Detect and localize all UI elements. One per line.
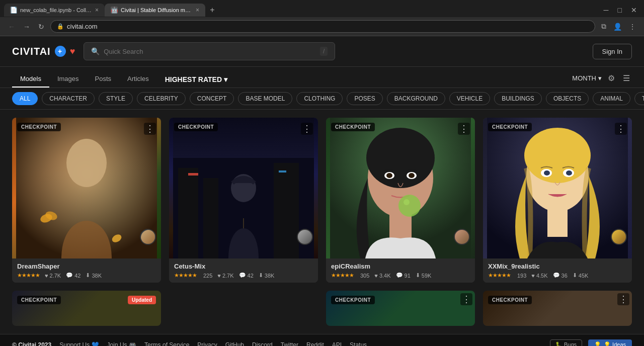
model-card-dreamshaper[interactable]: CHECKPOINT ⋮ DreamShaper ★★★★★ ♥ 2.7K 💬 …	[12, 118, 161, 283]
cat-all[interactable]: ALL	[12, 92, 38, 105]
footer-api[interactable]: API	[332, 341, 342, 347]
back-button[interactable]: ←	[6, 22, 17, 32]
card-title-1: DreamShaper	[17, 263, 156, 270]
sign-in-button[interactable]: Sign In	[593, 44, 632, 59]
download-icon-1: ⬇	[86, 272, 90, 279]
card-menu-4[interactable]: ⋮	[615, 123, 627, 135]
forward-button[interactable]: →	[21, 22, 32, 32]
sort-label: HIGHEST RATED	[165, 75, 222, 83]
cat-buildings[interactable]: BUILDINGS	[494, 92, 542, 105]
card-footer-1: DreamShaper ★★★★★ ♥ 2.7K 💬 42 ⬇ 38K	[12, 258, 161, 283]
cat-character[interactable]: CHARACTER	[42, 92, 95, 105]
cat-background[interactable]: BACKGROUND	[387, 92, 445, 105]
rating-count-4: 193	[517, 273, 526, 279]
footer-discord[interactable]: Discord	[252, 341, 273, 347]
address-bar: ← → ↻ 🔒 civitai.com ⧉ 👤 ⋮	[0, 17, 644, 36]
tab-bar: 📄 new_colab_file.ipynb - Collabora... × …	[0, 0, 644, 17]
search-input[interactable]	[104, 48, 316, 55]
site-header: CIVITAI + ♥ 🔍 / Sign In	[0, 36, 644, 67]
card-comments-4: 💬 36	[553, 272, 568, 279]
model-card-epicrealism[interactable]: CHECKPOINT ⋮ epiCRealism ★★★★★ 305 ♥ 3.4…	[326, 118, 475, 283]
tab-2[interactable]: 🤖 Civitai | Stable Diffusion models... ×	[105, 4, 205, 17]
footer-privacy[interactable]: Privacy	[197, 341, 217, 347]
comments-count-1: 42	[74, 273, 80, 279]
cat-clothing[interactable]: CLOTHING	[296, 92, 343, 105]
card-title-4: XXMix_9realistic	[488, 263, 627, 270]
tab-models[interactable]: Models	[12, 71, 49, 88]
downloads-count-4: 45K	[579, 273, 589, 279]
layout-icon[interactable]: ☰	[621, 72, 632, 84]
card-image-1	[12, 118, 161, 258]
cat-animal[interactable]: ANIMAL	[593, 92, 630, 105]
bugs-button[interactable]: 🐛 Bugs	[550, 339, 582, 346]
cat-tool[interactable]: TOOL	[634, 92, 644, 105]
downloads-count-1: 38K	[92, 273, 102, 279]
svg-point-31	[566, 170, 572, 176]
period-filter-button[interactable]: MONTH ▾	[572, 74, 602, 82]
close-button[interactable]: ✕	[628, 5, 640, 15]
profile-button[interactable]: 👤	[611, 22, 624, 32]
svg-point-21	[409, 173, 415, 178]
new-tab-button[interactable]: +	[205, 3, 219, 17]
tab-2-favicon: 🤖	[111, 7, 118, 14]
maximize-button[interactable]: □	[615, 5, 625, 15]
more-button[interactable]: ⋮	[627, 22, 638, 32]
cat-celebrity[interactable]: CELEBRITY	[137, 92, 186, 105]
window-controls: ─ □ ✕	[601, 5, 640, 15]
partial-menu-3[interactable]: ⋮	[617, 293, 629, 305]
tab-1[interactable]: 📄 new_colab_file.ipynb - Collabora... ×	[4, 4, 105, 17]
partial-card-2[interactable]: CHECKPOINT ⋮	[326, 291, 475, 326]
cat-objects[interactable]: OBJECTS	[546, 92, 589, 105]
footer-support[interactable]: Support Us 💙	[59, 341, 99, 347]
card-image-3	[326, 118, 475, 258]
tab-1-close[interactable]: ×	[95, 7, 99, 14]
footer-terms[interactable]: Terms of Service	[144, 341, 189, 347]
reload-button[interactable]: ↻	[36, 22, 46, 32]
cat-poses[interactable]: POSES	[347, 92, 382, 105]
filter-icon[interactable]: ⚙	[606, 72, 617, 84]
comment-icon-2: 💬	[239, 272, 246, 279]
svg-point-16	[366, 128, 435, 188]
sort-dropdown[interactable]: HIGHEST RATED ▾	[165, 75, 227, 83]
tab-2-close[interactable]: ×	[196, 7, 199, 14]
likes-count-3: 3.4K	[379, 273, 391, 279]
add-model-button[interactable]: +	[55, 46, 66, 57]
partial-checkpoint-2: CHECKPOINT	[331, 296, 375, 304]
search-bar[interactable]: 🔍 /	[84, 42, 335, 60]
card-footer-2: Cetus-Mix ★★★★★ 225 ♥ 2.7K 💬 42 ⬇ 38K	[169, 258, 318, 283]
footer-join[interactable]: Join Us 🎮	[107, 341, 136, 347]
partial-menu-2[interactable]: ⋮	[460, 293, 472, 305]
partial-checkpoint-3: CHECKPOINT	[488, 296, 532, 304]
extensions-button[interactable]: ⧉	[599, 21, 608, 32]
logo[interactable]: CIVITAI + ♥	[12, 46, 75, 57]
footer-twitter[interactable]: Twitter	[281, 341, 298, 347]
url-bar[interactable]: 🔒 civitai.com	[50, 20, 595, 33]
minimize-button[interactable]: ─	[601, 5, 612, 15]
cat-vehicle[interactable]: VEHICLE	[449, 92, 490, 105]
tab-articles[interactable]: Articles	[119, 71, 157, 88]
tab-images[interactable]: Images	[49, 71, 87, 88]
ideas-button[interactable]: 💡 💡 Ideas	[588, 339, 632, 346]
cat-style[interactable]: STYLE	[99, 92, 133, 105]
model-card-xxmix[interactable]: CHECKPOINT ⋮ XXMix_9realistic ★★★★★ 193 …	[483, 118, 632, 283]
favorites-icon[interactable]: ♥	[70, 46, 76, 57]
download-icon-2: ⬇	[259, 272, 263, 279]
footer-status[interactable]: Status	[350, 341, 367, 347]
footer-github[interactable]: GitHub	[225, 341, 244, 347]
card-menu-2[interactable]: ⋮	[301, 123, 313, 135]
cat-base-model[interactable]: BASE MODEL	[238, 92, 292, 105]
card-menu-1[interactable]: ⋮	[144, 123, 156, 135]
tab-posts[interactable]: Posts	[87, 71, 120, 88]
footer-reddit[interactable]: Reddit	[306, 341, 324, 347]
ideas-bulb-icon: 💡	[594, 341, 601, 346]
partial-card-1[interactable]: CHECKPOINT Updated	[12, 291, 161, 326]
card-comments-3: 💬 91	[396, 272, 411, 279]
cat-concept[interactable]: CONCEPT	[190, 92, 234, 105]
footer-copyright: © Civitai 2023	[12, 341, 51, 347]
browser-actions: ⧉ 👤 ⋮	[599, 21, 638, 32]
filter-controls: MONTH ▾ ⚙ ☰	[572, 72, 632, 86]
model-card-cetus-mix[interactable]: CHECKPOINT ⋮ Cetus-Mix ★★★★★ 225 ♥ 2.7K …	[169, 118, 318, 283]
card-menu-3[interactable]: ⋮	[458, 123, 470, 135]
partial-card-3[interactable]: CHECKPOINT ⋮	[483, 291, 632, 326]
card-stars-4: ★★★★★	[488, 272, 511, 279]
